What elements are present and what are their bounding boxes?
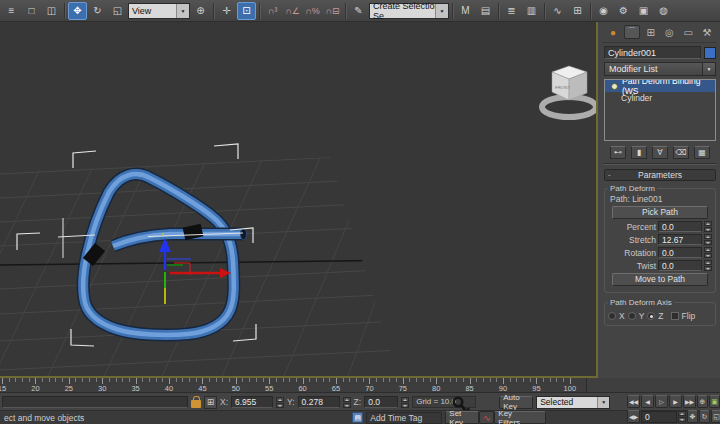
twist-field[interactable]: 0.0 [658,260,702,271]
next-frame-button[interactable]: ▶ [669,395,682,408]
tab-create-icon[interactable]: ● [605,25,621,39]
axis-z-radio[interactable] [647,312,655,320]
render-button[interactable]: ◍ [654,2,673,20]
material-editor-button[interactable]: ◉ [594,2,613,20]
tab-modify-icon[interactable]: ⌒ [624,25,640,39]
absolute-mode-icon[interactable]: ⊞ [204,396,217,409]
stack-item-path-deform[interactable]: Path Deform Binding (WS [605,80,715,92]
move-to-path-button[interactable]: Move to Path [612,273,708,286]
rotation-field[interactable]: 0.0 [658,247,702,258]
key-step-toggle-button[interactable]: ◀▶ [627,410,640,423]
snap-toggle-button[interactable]: ∩³ [263,2,282,20]
auto-key-button[interactable]: Auto Key [499,396,533,409]
select-manipulate-button[interactable]: ✛ [217,2,236,20]
angle-snap-button[interactable]: ∩∠ [283,2,302,20]
pan-button[interactable]: ✥ [687,410,698,423]
percent-snap-button[interactable]: ∩% [303,2,322,20]
remove-modifier-button[interactable]: ⌫ [673,146,689,159]
percent-field[interactable]: 0.0 [658,221,702,232]
go-to-start-button[interactable]: ◀◀ [627,395,640,408]
select-rotate-button[interactable]: ↻ [88,2,107,20]
path-deform-group: Path Deform Path: Line001 Pick Path Perc… [604,184,716,293]
align-button[interactable]: ▤ [476,2,495,20]
use-center-button[interactable]: ⊕ [191,2,210,20]
dropdown-arrow-icon[interactable]: ▼ [176,4,189,18]
select-scale-button[interactable]: ◱ [108,2,127,20]
pin-stack-button[interactable]: ⊷ [610,146,626,159]
previous-frame-button[interactable]: ◀ [641,395,654,408]
axis-x-radio[interactable] [608,312,616,320]
key-filters-button[interactable]: Key Filters... [494,411,546,424]
x-spinner[interactable] [276,397,284,408]
z-coordinate-field[interactable]: 0.0 [364,396,398,408]
add-time-tag[interactable]: Add Time Tag [366,412,442,424]
y-coordinate-label: Y: [287,397,295,407]
select-by-name-icon[interactable]: ≡ [2,2,21,20]
modifier-list-dropdown[interactable]: Modifier List ▼ [604,62,716,76]
mirror-button[interactable]: M [456,2,475,20]
z-coordinate-label: Z: [354,397,362,407]
new-key-curve-icon[interactable]: ∿ [479,411,494,424]
maximize-viewport-button[interactable]: ◱ [711,410,720,423]
render-setup-button[interactable]: ⚙ [614,2,633,20]
viewcube[interactable]: FRONT [542,66,596,117]
edit-named-selections-button[interactable]: ✎ [349,2,368,20]
selection-region-icon[interactable]: □ [22,2,41,20]
zoom-button[interactable]: ⊕ [697,395,708,408]
timeline-ruler[interactable]: 1520253035404550556065707580859095100 [0,378,586,393]
set-key-button[interactable]: Set Key [445,411,479,424]
schematic-view-button[interactable]: ⊞ [568,2,587,20]
perspective-viewport[interactable]: z FRONT [0,22,598,378]
dropdown-arrow-icon[interactable]: ▼ [702,63,715,75]
zoom-extents-button[interactable]: ▣ [709,395,720,408]
configure-modifier-sets-button[interactable]: ▦ [694,146,710,159]
key-mode-dropdown[interactable]: Selected ▼ [536,396,610,409]
flip-checkbox[interactable] [671,312,679,320]
percent-spinner[interactable] [704,221,712,232]
window-crossing-icon[interactable]: ◫ [42,2,61,20]
keyboard-override-button[interactable]: ⊡ [237,2,256,20]
y-coordinate-field[interactable]: 0.278 [298,396,340,408]
object-color-swatch[interactable] [704,47,716,59]
tab-motion-icon[interactable]: ◎ [662,25,678,39]
tab-display-icon[interactable]: ▭ [680,25,696,39]
stretch-field[interactable]: 12.67 [658,234,702,245]
pick-path-button[interactable]: Pick Path [612,206,708,219]
y-spinner[interactable] [343,397,351,408]
twist-spinner[interactable] [704,260,712,271]
show-end-result-button[interactable]: ▮ [631,146,647,159]
selection-lock-icon[interactable] [191,400,201,408]
time-tag-icon[interactable]: ▤ [352,412,363,423]
go-to-end-button[interactable]: ▶▶ [683,395,696,408]
maxscript-mini-listener[interactable] [2,396,188,408]
named-selection-set-dropdown[interactable]: Create Selection Se ▼ [369,3,449,19]
play-button[interactable]: ▷ [655,395,668,408]
object-name-field[interactable]: Cylinder001 [604,46,701,59]
viewport-canvas[interactable]: z FRONT [0,22,596,376]
current-frame-field[interactable]: 0 [641,411,677,423]
rotation-spinner[interactable] [704,247,712,258]
key-mode-value: Selected [540,397,573,407]
dropdown-arrow-icon[interactable]: ▼ [597,397,609,408]
select-move-button[interactable]: ✥ [68,2,87,20]
reference-coordinate-dropdown[interactable]: View ▼ [128,3,190,19]
rollout-collapse-icon[interactable]: - [608,170,611,179]
layer-manager-button[interactable]: ≣ [502,2,521,20]
tab-utilities-icon[interactable]: ⚒ [699,25,715,39]
rendered-frame-button[interactable]: ▣ [634,2,653,20]
move-gizmo[interactable]: z [159,231,231,304]
stretch-spinner[interactable] [704,234,712,245]
z-spinner[interactable] [401,397,409,408]
spinner-snap-button[interactable]: ∩⊟ [323,2,342,20]
tab-hierarchy-icon[interactable]: ⊞ [643,25,659,39]
orbit-button[interactable]: ↻ [699,410,710,423]
curve-editor-button[interactable]: ∿ [548,2,567,20]
parameters-rollout-header[interactable]: - Parameters [604,169,716,181]
x-coordinate-field[interactable]: 6.955 [231,396,273,408]
frame-spinner[interactable] [678,411,686,422]
axis-y-radio[interactable] [628,312,636,320]
scene-explorer-button[interactable]: ▥ [522,2,541,20]
dropdown-arrow-icon[interactable]: ▼ [435,4,448,18]
make-unique-button[interactable]: ∀ [652,146,668,159]
modifier-enabled-bulb-icon[interactable] [611,83,618,90]
